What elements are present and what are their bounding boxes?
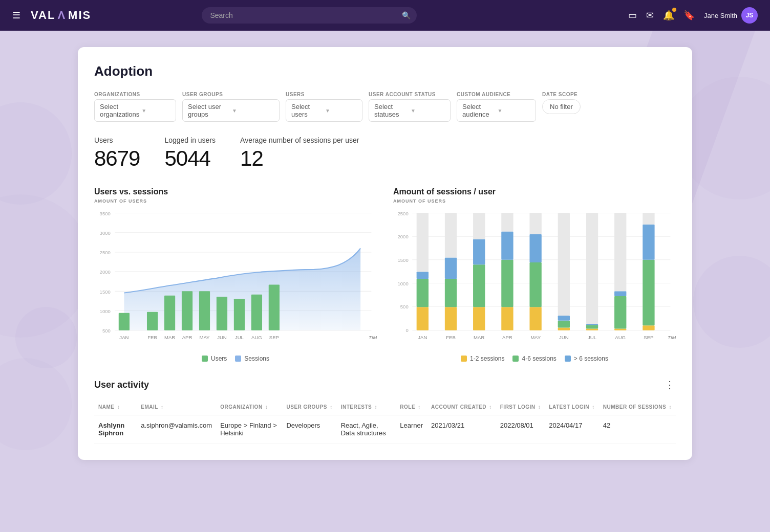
svg-rect-66 bbox=[614, 291, 626, 296]
sort-icon[interactable]: ↕ bbox=[161, 404, 164, 410]
sort-icon[interactable]: ↕ bbox=[592, 404, 595, 410]
nav-actions: ▭ ✉ 🔔 🔖 Jane Smith JS bbox=[628, 7, 758, 24]
svg-rect-39 bbox=[417, 213, 429, 272]
svg-rect-52 bbox=[529, 307, 541, 330]
svg-rect-41 bbox=[445, 279, 457, 307]
svg-rect-40 bbox=[445, 307, 457, 330]
svg-rect-54 bbox=[529, 234, 541, 262]
hamburger-icon[interactable]: ☰ bbox=[12, 10, 20, 21]
chart2-svg: 2500 2000 1500 1000 500 0 bbox=[393, 208, 676, 351]
svg-text:500: 500 bbox=[400, 304, 409, 309]
date-scope-button[interactable]: No filter bbox=[542, 99, 581, 114]
legend-4-6-sessions: 4-6 sessions bbox=[512, 355, 556, 362]
chevron-down-icon: ▼ bbox=[325, 108, 357, 114]
svg-rect-64 bbox=[614, 329, 626, 330]
svg-text:AUG: AUG bbox=[615, 335, 626, 340]
search-input[interactable] bbox=[202, 7, 417, 24]
cell-organization: Europe > Finland > Helsinki bbox=[216, 415, 282, 444]
svg-rect-44 bbox=[473, 307, 485, 330]
col-user-groups: USER GROUPS ↕ bbox=[282, 399, 336, 415]
avatar: JS bbox=[741, 7, 758, 24]
filter-date-scope: DATE SCOPE No filter bbox=[542, 92, 581, 122]
nav-mail-icon[interactable]: ✉ bbox=[646, 10, 654, 21]
stat-logged-in-label: Logged in users bbox=[164, 136, 216, 144]
svg-rect-46 bbox=[473, 239, 485, 264]
stat-avg-sessions: Average number of sessions per user 12 bbox=[240, 136, 359, 171]
col-interests: INTERESTS ↕ bbox=[337, 399, 396, 415]
filter-custom-audience-select[interactable]: Select audience ▼ bbox=[457, 99, 536, 122]
col-role: ROLE ↕ bbox=[396, 399, 427, 415]
stat-users-label: Users bbox=[94, 136, 140, 144]
svg-rect-50 bbox=[501, 232, 513, 260]
stats-row: Users 8679 Logged in users 5044 Average … bbox=[94, 136, 676, 171]
svg-text:SEP: SEP bbox=[269, 335, 279, 340]
col-latest-login: LATEST LOGIN ↕ bbox=[545, 399, 598, 415]
svg-text:TIME: TIME bbox=[369, 335, 377, 340]
svg-rect-67 bbox=[614, 213, 626, 291]
bar-sep bbox=[269, 285, 280, 330]
svg-text:1500: 1500 bbox=[397, 257, 408, 263]
filter-organizations-select[interactable]: Select organizations ▼ bbox=[94, 99, 176, 122]
filter-custom-audience: CUSTOM AUDIENCE Select audience ▼ bbox=[457, 92, 536, 122]
legend-sessions-dot bbox=[235, 356, 241, 362]
nav-username: Jane Smith bbox=[704, 12, 737, 19]
sort-icon[interactable]: ↕ bbox=[265, 404, 268, 410]
bar-jun bbox=[217, 297, 227, 330]
col-organization: ORGANIZATION ↕ bbox=[216, 399, 282, 415]
svg-rect-55 bbox=[529, 213, 541, 234]
nav-bookmark-icon[interactable]: 🔖 bbox=[683, 10, 695, 21]
bar-apr bbox=[182, 291, 193, 330]
sort-icon[interactable]: ↕ bbox=[538, 404, 541, 410]
sort-icon[interactable]: ↕ bbox=[330, 404, 333, 410]
filter-custom-audience-label: CUSTOM AUDIENCE bbox=[457, 92, 536, 97]
sort-icon[interactable]: ↕ bbox=[489, 404, 492, 410]
filter-account-status-select[interactable]: Select statuses ▼ bbox=[369, 99, 451, 122]
filter-custom-audience-value: Select audience bbox=[462, 103, 496, 118]
filter-organizations-value: Select organizations bbox=[100, 103, 139, 118]
stat-users-value: 8679 bbox=[94, 146, 140, 171]
bar-jan bbox=[119, 313, 130, 330]
sort-icon[interactable]: ↕ bbox=[669, 404, 672, 410]
svg-rect-36 bbox=[417, 307, 429, 330]
svg-text:1500: 1500 bbox=[100, 289, 111, 295]
svg-rect-61 bbox=[586, 325, 598, 328]
col-account-created: ACCOUNT CREATED ↕ bbox=[427, 399, 496, 415]
legend-1-2-dot bbox=[461, 356, 467, 362]
legend-users: Users bbox=[202, 355, 227, 362]
svg-text:MAY: MAY bbox=[530, 335, 541, 340]
chevron-down-icon: ▼ bbox=[232, 108, 274, 114]
svg-rect-69 bbox=[643, 260, 654, 325]
chart1-subtitle: AMOUNT OF USERS bbox=[94, 198, 377, 204]
legend-6plus-sessions: > 6 sessions bbox=[565, 355, 608, 362]
filters-row: ORGANIZATIONS Select organizations ▼ USE… bbox=[94, 92, 676, 122]
search-bar: 🔍 bbox=[202, 7, 417, 24]
stat-avg-sessions-value: 12 bbox=[240, 146, 359, 171]
bar-may bbox=[199, 291, 210, 330]
svg-rect-45 bbox=[473, 264, 485, 307]
sort-icon[interactable]: ↕ bbox=[375, 404, 378, 410]
svg-rect-56 bbox=[558, 327, 570, 330]
filter-users-select[interactable]: Select users ▼ bbox=[286, 99, 362, 122]
filter-users-value: Select users bbox=[291, 103, 323, 118]
svg-rect-48 bbox=[501, 307, 513, 330]
sort-icon[interactable]: ↕ bbox=[418, 404, 421, 410]
card: Adoption ORGANIZATIONS Select organizati… bbox=[78, 47, 692, 460]
filter-account-status-label: USER ACCOUNT STATUS bbox=[369, 92, 451, 97]
nav-user[interactable]: Jane Smith JS bbox=[704, 7, 758, 24]
svg-text:FEB: FEB bbox=[446, 335, 456, 340]
more-button[interactable]: ⋮ bbox=[665, 379, 676, 391]
svg-text:0: 0 bbox=[405, 327, 408, 333]
svg-rect-43 bbox=[445, 213, 457, 257]
svg-text:JUL: JUL bbox=[235, 335, 244, 340]
nav-dashboard-icon[interactable]: ▭ bbox=[628, 10, 637, 21]
chart1-title: Users vs. sessions bbox=[94, 187, 377, 196]
filter-user-groups-select[interactable]: Select user groups ▼ bbox=[182, 99, 280, 122]
svg-rect-58 bbox=[558, 316, 570, 321]
sort-icon[interactable]: ↕ bbox=[117, 404, 120, 410]
svg-text:2000: 2000 bbox=[397, 234, 408, 239]
legend-6plus-dot bbox=[565, 356, 571, 362]
page-title: Adoption bbox=[94, 63, 676, 79]
svg-rect-51 bbox=[501, 213, 513, 231]
nav-bell-icon[interactable]: 🔔 bbox=[663, 10, 674, 21]
stat-logged-in: Logged in users 5044 bbox=[164, 136, 216, 171]
